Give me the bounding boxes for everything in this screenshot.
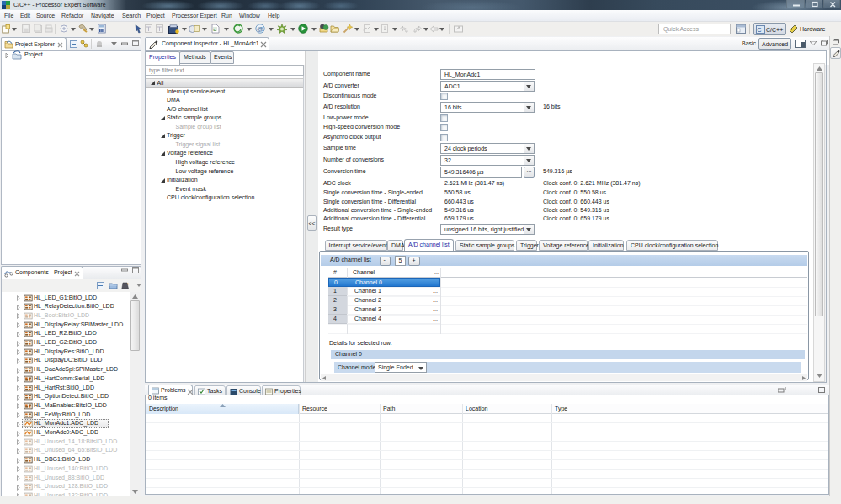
svg-text:c: c bbox=[214, 27, 216, 32]
svg-text:C: C bbox=[758, 27, 762, 33]
svg-text:@: @ bbox=[257, 25, 263, 33]
